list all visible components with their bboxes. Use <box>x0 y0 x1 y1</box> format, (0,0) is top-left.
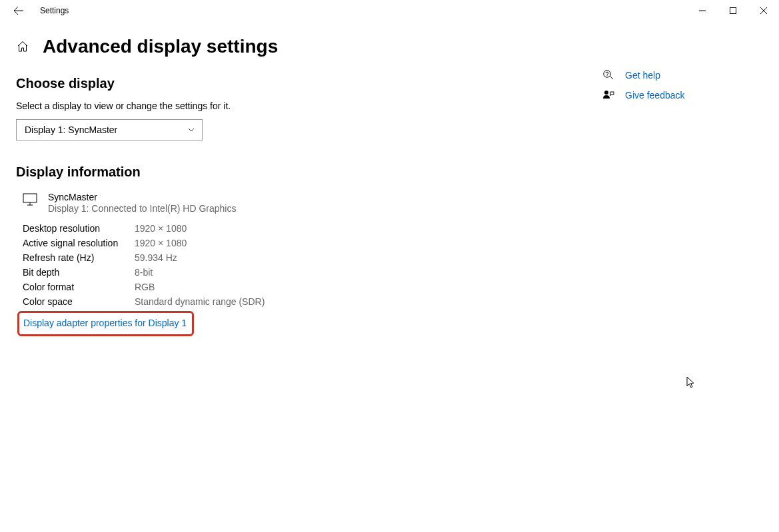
choose-display-heading: Choose display <box>16 76 582 91</box>
main-column: Advanced display settings Choose display… <box>16 36 582 336</box>
page-header: Advanced display settings <box>16 36 582 57</box>
close-button[interactable] <box>748 0 779 21</box>
info-label: Active signal resolution <box>23 238 135 248</box>
info-value: 1920 × 1080 <box>135 238 582 248</box>
back-arrow-icon <box>13 5 24 16</box>
side-column: Get help Give feedback <box>602 36 685 336</box>
minimize-icon <box>699 7 706 14</box>
titlebar-title: Settings <box>40 6 69 15</box>
chevron-down-icon <box>187 126 195 134</box>
monitor-name: SyncMaster <box>48 192 236 202</box>
svg-rect-0 <box>730 8 736 14</box>
monitor-subtitle: Display 1: Connected to Intel(R) HD Grap… <box>48 203 236 214</box>
content-wrapper: Advanced display settings Choose display… <box>0 21 779 336</box>
svg-point-2 <box>604 71 610 77</box>
display-information-heading: Display information <box>16 164 582 180</box>
maximize-button[interactable] <box>718 0 748 21</box>
info-value: RGB <box>135 282 582 292</box>
info-value: Standard dynamic range (SDR) <box>135 296 582 307</box>
adapter-link-highlight: Display adapter properties for Display 1 <box>17 311 194 336</box>
svg-point-3 <box>607 75 608 76</box>
info-label: Bit depth <box>23 267 135 278</box>
display-adapter-properties-link[interactable]: Display adapter properties for Display 1 <box>23 318 187 328</box>
info-value: 8-bit <box>135 267 582 278</box>
titlebar: Settings <box>0 0 779 21</box>
info-label: Color space <box>23 296 135 307</box>
display-info-header: SyncMaster Display 1: Connected to Intel… <box>16 192 582 214</box>
give-feedback-row: Give feedback <box>602 89 685 101</box>
maximize-icon <box>730 7 736 14</box>
window-controls <box>687 0 779 21</box>
minimize-button[interactable] <box>687 0 718 21</box>
give-feedback-link[interactable]: Give feedback <box>625 90 685 101</box>
monitor-icon <box>23 193 37 209</box>
cursor-icon <box>686 376 696 390</box>
choose-display-description: Select a display to view or change the s… <box>16 101 582 111</box>
svg-rect-1 <box>23 194 37 202</box>
info-label: Desktop resolution <box>23 223 135 234</box>
home-icon <box>17 41 29 53</box>
display-select-dropdown[interactable]: Display 1: SyncMaster <box>16 119 203 140</box>
dropdown-selected-value: Display 1: SyncMaster <box>25 125 117 135</box>
back-button[interactable] <box>11 3 27 19</box>
home-button[interactable] <box>16 41 29 53</box>
get-help-icon <box>602 69 614 81</box>
svg-point-4 <box>604 91 608 95</box>
get-help-row: Get help <box>602 69 685 81</box>
close-icon <box>760 7 767 14</box>
get-help-link[interactable]: Get help <box>625 70 660 81</box>
info-value: 59.934 Hz <box>135 252 582 263</box>
display-info-table: Desktop resolution 1920 × 1080 Active si… <box>16 223 582 307</box>
info-value: 1920 × 1080 <box>135 223 582 234</box>
feedback-icon <box>602 89 614 101</box>
page-title: Advanced display settings <box>43 36 278 57</box>
info-label: Refresh rate (Hz) <box>23 252 135 263</box>
info-label: Color format <box>23 282 135 292</box>
